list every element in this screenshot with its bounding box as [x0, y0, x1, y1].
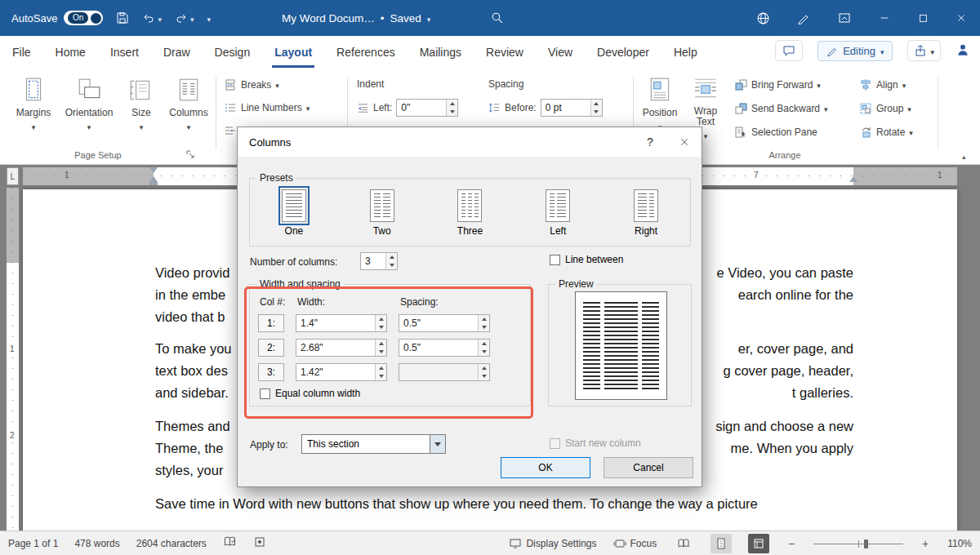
redo-button[interactable]	[175, 11, 194, 24]
preset-two[interactable]: Two	[352, 186, 412, 237]
col-2-spacing-spinner[interactable]: 0.5"	[399, 339, 490, 357]
autosave-toggle[interactable]: AutoSave On	[11, 11, 103, 25]
web-layout-button[interactable]	[748, 534, 769, 553]
tab-references[interactable]: References	[324, 37, 408, 68]
document-title[interactable]: My Word Docum… • Saved	[282, 0, 430, 36]
saved-status[interactable]: Saved	[390, 12, 421, 24]
tab-help[interactable]: Help	[662, 37, 710, 68]
align-button[interactable]: Align	[856, 75, 909, 95]
equal-column-width-checkbox[interactable]: Equal column width	[260, 388, 360, 399]
page-indicator[interactable]: Page 1 of 1	[8, 538, 58, 549]
apply-to-dropdown[interactable]: This section	[301, 434, 446, 454]
left-indent-marker[interactable]	[149, 182, 158, 185]
spinner-buttons[interactable]	[375, 340, 386, 356]
tab-stop-selector[interactable]: L	[7, 167, 19, 185]
size-button[interactable]: Size	[122, 73, 160, 141]
chevron-down-icon[interactable]	[427, 12, 431, 24]
document-text: in the embe	[155, 287, 225, 303]
margins-button[interactable]: Margins	[10, 73, 57, 141]
columns-button[interactable]: Columns	[163, 73, 214, 141]
page-setup-dialog-launcher[interactable]	[186, 150, 195, 162]
tab-design[interactable]: Design	[203, 37, 263, 68]
print-layout-button[interactable]	[710, 534, 732, 553]
spinner-buttons[interactable]	[590, 100, 602, 116]
rotate-button[interactable]: Rotate	[856, 122, 916, 142]
spacing-before-spinner[interactable]: 0 pt	[541, 99, 603, 117]
cancel-button[interactable]: Cancel	[604, 457, 693, 478]
checkbox[interactable]	[260, 388, 270, 399]
read-mode-button[interactable]	[673, 534, 694, 553]
col-1-spacing-spinner[interactable]: 0.5"	[399, 314, 490, 332]
tab-draw[interactable]: Draw	[151, 37, 203, 68]
preset-right[interactable]: Right	[616, 186, 676, 237]
hanging-indent-marker[interactable]	[149, 172, 158, 182]
ribbon-display-options-button[interactable]	[824, 0, 865, 36]
checkbox[interactable]	[550, 255, 560, 265]
macro-record-button[interactable]	[253, 535, 266, 551]
tab-file[interactable]: File	[0, 37, 43, 68]
spinner-buttons[interactable]	[478, 315, 489, 331]
zoom-level[interactable]: 110%	[947, 538, 972, 549]
line-between-checkbox[interactable]: Line between	[550, 254, 623, 265]
close-button[interactable]	[942, 0, 980, 36]
spinner-buttons[interactable]	[385, 253, 397, 269]
indent-left-spinner[interactable]: 0"	[396, 99, 458, 117]
word-count[interactable]: 478 words	[74, 538, 119, 549]
search-button[interactable]	[490, 11, 504, 27]
undo-button[interactable]	[142, 11, 162, 24]
draw-mode-button[interactable]	[783, 0, 824, 36]
zoom-in-button[interactable]: +	[920, 537, 931, 550]
dialog-title-bar[interactable]: Columns ?	[238, 127, 702, 157]
col-2-width-spinner[interactable]: 2.68"	[296, 339, 387, 357]
right-indent-marker[interactable]	[849, 172, 858, 182]
dialog-help-button[interactable]: ?	[633, 127, 667, 157]
spinner-buttons[interactable]	[478, 340, 489, 356]
line-numbers-button[interactable]: Line Numbers	[220, 98, 313, 118]
tab-mailings[interactable]: Mailings	[408, 37, 474, 68]
quick-access-menu-chevron-icon[interactable]	[207, 12, 211, 24]
share-button[interactable]	[907, 40, 941, 61]
spinner-buttons[interactable]	[375, 315, 386, 331]
account-presence-button[interactable]	[956, 42, 970, 60]
spinner-buttons[interactable]	[446, 100, 457, 116]
bring-forward-button[interactable]: Bring Forward	[731, 75, 824, 95]
save-button[interactable]	[116, 11, 129, 24]
maximize-button[interactable]	[903, 0, 942, 36]
tab-home[interactable]: Home	[43, 37, 98, 68]
vertical-ruler[interactable]: 1 2	[7, 188, 19, 531]
editing-mode-button[interactable]: Editing	[817, 41, 893, 61]
zoom-slider[interactable]	[813, 537, 903, 550]
number-of-columns-spinner[interactable]: 3	[360, 252, 398, 270]
spinner-buttons[interactable]	[375, 364, 386, 380]
ok-button[interactable]: OK	[501, 457, 590, 478]
preset-one[interactable]: One	[264, 186, 324, 237]
selection-pane-button[interactable]: Selection Pane	[731, 122, 821, 142]
character-count[interactable]: 2604 characters	[136, 538, 207, 549]
dropdown-button[interactable]	[430, 434, 446, 454]
tab-review[interactable]: Review	[474, 37, 536, 68]
chevron-down-icon[interactable]	[158, 12, 162, 24]
tab-developer[interactable]: Developer	[585, 37, 662, 68]
comments-button[interactable]	[775, 40, 803, 61]
group-button[interactable]: Group	[856, 99, 915, 118]
display-settings-button[interactable]: Display Settings	[509, 537, 596, 550]
send-backward-button[interactable]: Send Backward	[731, 99, 831, 118]
preset-left[interactable]: Left	[528, 186, 588, 237]
zoom-out-button[interactable]: −	[786, 537, 797, 550]
breaks-button[interactable]: Breaks	[220, 75, 283, 95]
tab-insert[interactable]: Insert	[98, 37, 151, 68]
focus-mode-button[interactable]: Focus	[613, 537, 657, 550]
col-3-width-spinner[interactable]: 1.42"	[296, 363, 387, 381]
minimize-button[interactable]	[865, 0, 903, 36]
col-1-width-spinner[interactable]: 1.4"	[296, 314, 387, 332]
tab-layout[interactable]: Layout	[262, 37, 324, 68]
collapse-ribbon-button[interactable]	[962, 150, 966, 162]
tab-view[interactable]: View	[536, 37, 585, 68]
preset-three[interactable]: Three	[439, 186, 500, 237]
present-online-button[interactable]	[742, 0, 783, 36]
dialog-close-button[interactable]	[667, 127, 702, 157]
proofing-status-button[interactable]	[223, 535, 237, 551]
chevron-down-icon[interactable]	[190, 12, 194, 24]
orientation-button[interactable]: Orientation	[60, 73, 118, 141]
zoom-thumb[interactable]	[864, 539, 868, 548]
